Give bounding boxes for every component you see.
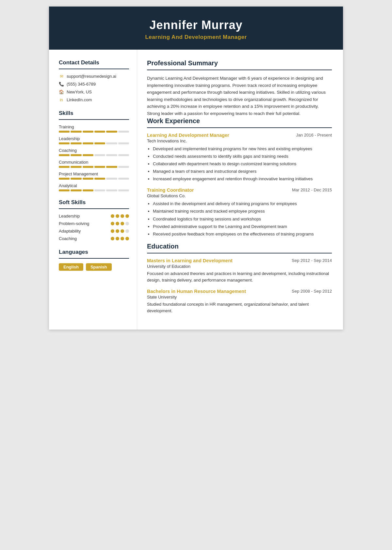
job-2-header: Training Coordinator Mar 2012 - Dec 2015 <box>147 187 332 193</box>
bullet: Assisted in the development and delivery… <box>153 201 332 207</box>
job-2: Training Coordinator Mar 2012 - Dec 2015… <box>147 187 332 237</box>
soft-coaching-dots <box>111 237 129 240</box>
skill-communication-bar <box>59 166 129 168</box>
edu-1: Masters in Learning and Development Sep … <box>147 258 332 283</box>
skill-analytical-label: Analytical <box>59 183 129 188</box>
education-title: Education <box>147 243 332 250</box>
seg <box>71 131 81 133</box>
job-2-company: Global Solutions Co. <box>147 193 332 198</box>
summary-title: Professional Summary <box>147 59 332 67</box>
seg <box>94 154 105 156</box>
skill-leadership-label: Leadership <box>59 136 129 141</box>
soft-skill-coaching: Coaching <box>59 236 129 241</box>
skill-training-label: Training <box>59 124 129 129</box>
seg <box>94 142 105 144</box>
languages-divider <box>59 258 129 259</box>
skill-leadership: Leadership <box>59 136 129 144</box>
location-text: NewYork, US <box>67 89 92 94</box>
seg <box>71 166 81 168</box>
experience-section: Work Experience Learning And Development… <box>147 117 332 237</box>
soft-skill-leadership: Leadership <box>59 214 129 218</box>
bullet: Collaborated with department heads to de… <box>153 161 332 167</box>
seg <box>118 131 129 133</box>
seg <box>83 142 93 144</box>
edu-2-school: State University <box>147 295 332 299</box>
soft-adapt-dots <box>111 229 129 233</box>
soft-skills-divider <box>59 208 129 209</box>
job-1-dates: Jan 2016 - Present <box>296 133 332 138</box>
seg <box>83 154 93 156</box>
seg <box>106 142 117 144</box>
seg <box>118 142 129 144</box>
edu-1-school: University of Education <box>147 264 332 269</box>
skill-project-management: Project Management <box>59 171 129 180</box>
seg <box>71 142 81 144</box>
soft-ps-dots <box>111 222 129 225</box>
job-1: Learning And Development Manager Jan 201… <box>147 133 332 183</box>
skill-coaching-bar <box>59 154 129 156</box>
skill-leadership-bar <box>59 142 129 144</box>
languages-section: Languages English Spanish <box>59 249 129 271</box>
soft-skills-section: Soft Skills Leadership Problem-solving <box>59 199 129 241</box>
seg <box>118 166 129 168</box>
seg <box>83 178 93 180</box>
contact-email: ✉ support@resumedesign.ai <box>59 74 129 79</box>
contact-title: Contact Details <box>59 59 129 66</box>
skill-pm-label: Project Management <box>59 171 129 176</box>
home-icon: 🏠 <box>59 89 64 94</box>
phone-icon: 📞 <box>59 82 64 87</box>
seg <box>106 189 117 191</box>
bullet: Managed a team of trainers and instructi… <box>153 168 332 175</box>
edu-2-dates: Sep 2008 - Sep 2012 <box>292 289 332 294</box>
summary-section: Professional Summary Dynamic Learning An… <box>147 59 332 117</box>
summary-text: Dynamic Learning And Development Manager… <box>147 75 332 117</box>
contact-divider <box>59 69 129 69</box>
skill-pm-bar <box>59 178 129 180</box>
soft-leadership-label: Leadership <box>59 214 80 218</box>
seg <box>83 166 93 168</box>
edu-2-desc: Studied foundational concepts in HR mana… <box>147 301 332 314</box>
seg <box>71 154 81 156</box>
seg <box>59 142 70 144</box>
seg <box>83 131 93 133</box>
header: Jennifer Murray Learning And Development… <box>49 7 343 50</box>
soft-leadership-dots <box>111 214 129 218</box>
seg <box>118 178 129 180</box>
seg <box>59 131 70 133</box>
seg <box>118 189 129 191</box>
candidate-title: Learning And Development Manager <box>62 34 330 40</box>
seg <box>118 154 129 156</box>
lang-spanish: Spanish <box>86 263 112 271</box>
contact-phone: 📞 (555) 345-6789 <box>59 82 129 87</box>
job-2-title: Training Coordinator <box>147 187 194 193</box>
skill-analytical-bar <box>59 189 129 191</box>
seg <box>106 178 117 180</box>
sidebar: Contact Details ✉ support@resumedesign.a… <box>49 50 137 330</box>
bullet: Received positive feedback from employee… <box>153 231 332 237</box>
seg <box>94 166 105 168</box>
bullet: Maintained training records and tracked … <box>153 208 332 215</box>
seg <box>59 189 70 191</box>
bullet: Conducted needs assessments to identify … <box>153 153 332 160</box>
summary-divider <box>147 70 332 70</box>
edu-1-degree: Masters in Learning and Development <box>147 258 233 263</box>
skills-divider <box>59 119 129 120</box>
seg <box>71 189 81 191</box>
email-text: support@resumedesign.ai <box>67 74 116 79</box>
soft-adapt-label: Adaptability <box>59 229 81 234</box>
job-1-title: Learning And Development Manager <box>147 133 229 138</box>
skill-analytical: Analytical <box>59 183 129 191</box>
linkedin-text: LinkedIn.com <box>67 97 92 102</box>
candidate-name: Jennifer Murray <box>62 18 330 32</box>
edu-2-header: Bachelors in Human Resource Management S… <box>147 289 332 294</box>
skill-coaching: Coaching <box>59 148 129 156</box>
job-1-header: Learning And Development Manager Jan 201… <box>147 133 332 138</box>
bullet: Coordinated logistics for training sessi… <box>153 216 332 222</box>
phone-text: (555) 345-6789 <box>67 82 96 87</box>
seg <box>94 131 105 133</box>
soft-skill-problem-solving: Problem-solving <box>59 221 129 226</box>
resume-container: Jennifer Murray Learning And Development… <box>49 7 343 330</box>
lang-english: English <box>59 263 83 271</box>
edu-1-header: Masters in Learning and Development Sep … <box>147 258 332 263</box>
job-2-bullets: Assisted in the development and delivery… <box>147 201 332 237</box>
